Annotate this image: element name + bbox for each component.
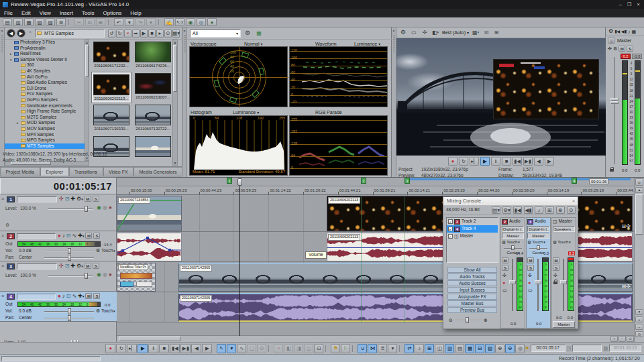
play-from-start[interactable]: ▸▏ <box>127 344 137 353</box>
tree-item-mp4-samples[interactable]: MP4 Samples <box>5 132 89 138</box>
event-pan-crop-icon[interactable]: ⊞✣ <box>622 284 631 290</box>
arm-record-icon[interactable]: ● <box>58 294 61 299</box>
go-to-end[interactable]: ▶▮ <box>180 344 191 353</box>
media-thumbnail[interactable]: 20110607130330... <box>92 104 131 134</box>
add-to-favorites-icon[interactable]: ↺ <box>108 29 115 38</box>
record[interactable]: ● <box>448 157 458 166</box>
track-drag-handle[interactable]: ≡ <box>1 196 5 202</box>
minimize-button[interactable]: – <box>619 2 622 7</box>
start-preview-icon[interactable]: ▶ <box>140 29 148 38</box>
bypass-fx-icon[interactable]: ✚ <box>70 263 75 269</box>
zoom-tool-icon[interactable]: ⊙ <box>627 336 634 342</box>
edit-details-button[interactable]: p <box>635 178 643 186</box>
interactive-tutorials-icon[interactable]: ✍ <box>164 18 174 26</box>
input-monitor-icon[interactable]: ♪ <box>62 233 65 239</box>
mixer-zoom-slider[interactable] <box>455 320 482 320</box>
zoom-in-time-icon[interactable]: + <box>610 336 618 342</box>
track-fx-icon[interactable]: ⊡ <box>66 233 71 239</box>
track-2-solo-button[interactable]: S <box>93 233 100 239</box>
menu-file[interactable]: File <box>4 11 13 16</box>
tab-explorer[interactable]: Explorer <box>40 167 69 176</box>
waveform-mode-dropdown[interactable]: Luminance ▾ <box>354 42 380 46</box>
automation-settings-icon[interactable]: ✚▾ <box>78 294 84 299</box>
fx-icon[interactable]: ✣ <box>608 46 612 51</box>
tree-item-proadrenalin[interactable]: ProAdrenalin <box>5 46 89 52</box>
selection-edit-tool[interactable]: ▢ <box>247 344 256 353</box>
strip-solo-button[interactable]: S <box>527 265 534 271</box>
mixer-view-preview-bus[interactable]: Preview Bus <box>447 307 497 313</box>
automation-settings-icon[interactable]: ⚙▾ <box>76 196 83 202</box>
track-motion-icon[interactable]: ✣ <box>59 196 64 202</box>
redo-icon[interactable]: ↷ <box>136 18 145 26</box>
new-project-icon[interactable]: ▤ <box>3 18 12 26</box>
tree-item-dji-drone[interactable]: DJI Drone <box>5 86 89 92</box>
thumbs-vscrollbar[interactable]: ▲ ▼ <box>172 40 178 166</box>
mixer-view-assignable-fx[interactable]: Assignable FX <box>447 294 497 300</box>
split-screen-icon[interactable]: ◧▾ <box>431 29 440 37</box>
tree-item-m2ts-samples[interactable]: M2TS Samples <box>5 115 89 121</box>
media-properties-icon[interactable]: ⊙ <box>164 29 172 38</box>
delete-icon[interactable]: × <box>124 29 131 38</box>
strip-automation[interactable]: ⚙Touch▾ <box>501 239 525 245</box>
timeline-marker-4[interactable]: 4 <box>572 178 577 184</box>
cut-icon[interactable]: ✂ <box>74 18 84 26</box>
checkbox-icon[interactable]: ✓ <box>448 234 453 239</box>
timeline-hscrollbar[interactable]: + − ⊙ <box>117 335 634 342</box>
delete-button[interactable]: × <box>274 344 283 353</box>
up-folder-icon[interactable]: ⌃ <box>27 29 34 38</box>
arm-record-icon[interactable]: ● <box>502 280 505 285</box>
tree-item-gopro-samples[interactable]: GoPro Samples <box>5 97 89 103</box>
track-3-mute-button[interactable]: M <box>85 263 91 269</box>
volume-envelope[interactable] <box>117 233 181 261</box>
media-thumbnail[interactable]: 20110606202113... <box>92 72 131 103</box>
track-4-mute-button[interactable]: M <box>85 293 92 299</box>
tree-vscrollbar[interactable]: ▲ ▼ <box>85 40 89 161</box>
arm-record-icon[interactable]: ● <box>528 280 531 285</box>
save-snapshot-icon[interactable]: ⊞ <box>492 29 500 37</box>
properties-icon[interactable]: ⚙▾ <box>502 206 511 214</box>
composite-mode-icon[interactable]: ◉ <box>97 272 101 278</box>
tab-transitions[interactable]: Transitions <box>69 167 103 176</box>
mixer-view-master-bus[interactable]: Master Bus <box>447 300 497 306</box>
trimmer-button[interactable]: ◫ <box>435 344 444 353</box>
menu-view[interactable]: View <box>40 11 51 16</box>
scope-select-dropdown[interactable]: All ▾ <box>190 29 241 38</box>
auto-ripple-button[interactable]: ⋈ <box>368 344 377 353</box>
track-1-automation-icon[interactable]: ⚙ <box>5 223 9 227</box>
views-icon[interactable]: ▦▾ <box>172 29 180 38</box>
strip-automation[interactable]: ⚙Touch▾ <box>527 239 550 245</box>
project-media-button[interactable]: ▤ <box>455 344 464 353</box>
redo-dropdown-icon[interactable]: ▾ <box>146 18 156 26</box>
media-generators-button[interactable]: ⊕ <box>495 344 504 353</box>
fader-handle[interactable] <box>560 280 567 284</box>
fx-icon[interactable]: ✣ <box>528 273 532 278</box>
marker-bar[interactable]: 00:01:36 1234 <box>117 178 634 186</box>
menu-edit[interactable]: Edit <box>21 11 31 16</box>
timeline-vscrollbar[interactable]: p ▲ ▼ + − ⊙ <box>634 178 644 343</box>
envelope-edit-tool[interactable]: ∿ <box>237 344 246 353</box>
pause[interactable]: ‖ <box>491 157 500 166</box>
external-monitor-icon[interactable]: ▭ <box>409 29 419 37</box>
mixer-list-item[interactable]: ✓◫Master <box>447 233 498 240</box>
copy-snapshot-icon[interactable]: ⊡ <box>482 29 490 37</box>
mixer-strip-master[interactable]: ◫MasterSpeakers ...⚙Touch▾MS✣0.391827364… <box>551 217 576 328</box>
mixer-view-audio-tracks[interactable]: Audio Tracks <box>447 274 497 280</box>
playhead-line[interactable] <box>239 186 240 336</box>
back-icon[interactable]: ◀ <box>7 29 15 38</box>
strip-input-select[interactable]: Speakers ... <box>553 226 575 232</box>
meter-options-icon[interactable]: ▦ <box>632 29 637 34</box>
trim-start-button[interactable]: ◧ <box>284 344 293 353</box>
fader-lock-icon[interactable] <box>610 169 614 172</box>
vectorscope-mode-dropdown[interactable]: Normal ▾ <box>244 42 263 46</box>
dim-output-icon[interactable]: ◀▮ <box>524 206 533 214</box>
tab-project-media[interactable]: Project Media <box>0 167 40 176</box>
mixer-title-bar[interactable]: Mixing Console ✕ <box>443 197 578 206</box>
fader-track[interactable] <box>563 259 564 311</box>
mixer-view-show-all[interactable]: Show All <box>447 267 497 273</box>
master-fader[interactable] <box>614 57 615 164</box>
downmix-icon[interactable]: ▮◀ <box>614 29 620 34</box>
time-ruler[interactable]: 00:00:15:0000:00:29:2300:00:44:2300:00:5… <box>117 186 634 195</box>
mixer-list-item[interactable]: ✓4Track 4 <box>447 225 498 233</box>
tree-item-high-frame-rate-sample[interactable]: High Frame Rate Sample <box>5 109 89 115</box>
overlays-icon[interactable]: ▦▾ <box>471 29 480 37</box>
